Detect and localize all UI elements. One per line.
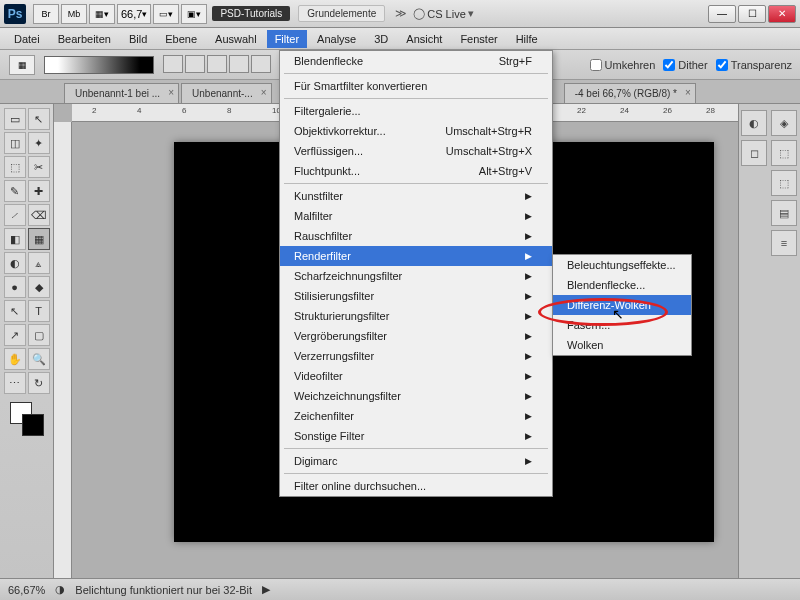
- styles-panel-icon[interactable]: ≡: [771, 230, 797, 256]
- tool-button[interactable]: ▦: [28, 228, 50, 250]
- dither-checkbox[interactable]: Dither: [663, 59, 707, 71]
- channels-panel-icon[interactable]: ⬚: [771, 140, 797, 166]
- background-swatch[interactable]: [22, 414, 44, 436]
- menu-ebene[interactable]: Ebene: [157, 30, 205, 48]
- tool-button[interactable]: ⟋: [4, 204, 26, 226]
- filter-menu-item[interactable]: Verflüssigen...Umschalt+Strg+X: [280, 141, 552, 161]
- submenu-item[interactable]: Differenz-Wolken: [553, 295, 691, 315]
- dropdown-icon[interactable]: ▾: [468, 7, 474, 20]
- close-tab-icon[interactable]: ×: [685, 87, 691, 98]
- tool-button[interactable]: ▭: [4, 108, 26, 130]
- bridge-button[interactable]: Br: [33, 4, 59, 24]
- tool-button[interactable]: ✋: [4, 348, 26, 370]
- submenu-item[interactable]: Wolken: [553, 335, 691, 355]
- gradient-preview[interactable]: [44, 56, 154, 74]
- menu-bild[interactable]: Bild: [121, 30, 155, 48]
- menu-ansicht[interactable]: Ansicht: [398, 30, 450, 48]
- menu-analyse[interactable]: Analyse: [309, 30, 364, 48]
- filter-menu-item[interactable]: Stilisierungsfilter▶: [280, 286, 552, 306]
- tool-button[interactable]: ⟁: [28, 252, 50, 274]
- reverse-checkbox[interactable]: Umkehren: [590, 59, 656, 71]
- filter-menu-item[interactable]: Verzerrungsfilter▶: [280, 346, 552, 366]
- tool-button[interactable]: ✚: [28, 180, 50, 202]
- paths-panel-icon[interactable]: ⬚: [771, 170, 797, 196]
- tool-button[interactable]: ↖: [4, 300, 26, 322]
- tool-button[interactable]: ◆: [28, 276, 50, 298]
- filter-menu-item[interactable]: Kunstfilter▶: [280, 186, 552, 206]
- zoom-dropdown[interactable]: 66,7 ▾: [117, 4, 151, 24]
- menu-hilfe[interactable]: Hilfe: [508, 30, 546, 48]
- swatches-panel-icon[interactable]: ▤: [771, 200, 797, 226]
- submenu-item[interactable]: Fasern...: [553, 315, 691, 335]
- menu-fenster[interactable]: Fenster: [452, 30, 505, 48]
- history-panel-icon[interactable]: ◻: [741, 140, 767, 166]
- maximize-button[interactable]: ☐: [738, 5, 766, 23]
- minibridge-button[interactable]: Mb: [61, 4, 87, 24]
- filter-menu-item[interactable]: Fluchtpunkt...Alt+Strg+V: [280, 161, 552, 181]
- document-tab[interactable]: -4 bei 66,7% (RGB/8) *×: [564, 83, 696, 103]
- close-button[interactable]: ✕: [768, 5, 796, 23]
- tool-button[interactable]: ⌫: [28, 204, 50, 226]
- filter-menu-item[interactable]: Filter online durchsuchen...: [280, 476, 552, 496]
- filter-menu-item[interactable]: Vergröberungsfilter▶: [280, 326, 552, 346]
- filter-menu-item[interactable]: Renderfilter▶: [280, 246, 552, 266]
- menu-bearbeiten[interactable]: Bearbeiten: [50, 30, 119, 48]
- filter-menu-item[interactable]: Sonstige Filter▶: [280, 426, 552, 446]
- ruler-tick: 8: [227, 106, 231, 115]
- filter-menu-item[interactable]: Objektivkorrektur...Umschalt+Strg+R: [280, 121, 552, 141]
- transparency-checkbox[interactable]: Transparenz: [716, 59, 792, 71]
- filter-menu-item[interactable]: Rauschfilter▶: [280, 226, 552, 246]
- filter-menu-item[interactable]: Digimarc▶: [280, 451, 552, 471]
- tool-button[interactable]: ✎: [4, 180, 26, 202]
- cslive-label[interactable]: CS Live: [427, 8, 466, 20]
- tool-button[interactable]: ⬚: [4, 156, 26, 178]
- tool-button[interactable]: ◐: [4, 252, 26, 274]
- document-tab[interactable]: Unbenannt-...×: [181, 83, 272, 103]
- screen-mode-button[interactable]: ▣▾: [181, 4, 207, 24]
- tool-button[interactable]: ✂: [28, 156, 50, 178]
- filter-menu-item[interactable]: Strukturierungsfilter▶: [280, 306, 552, 326]
- close-tab-icon[interactable]: ×: [168, 87, 174, 98]
- tool-button[interactable]: ▢: [28, 324, 50, 346]
- filter-menu-item[interactable]: Zeichenfilter▶: [280, 406, 552, 426]
- tool-button[interactable]: ⋯: [4, 372, 26, 394]
- workspace-tag-grundelemente[interactable]: Grundelemente: [298, 5, 385, 22]
- filter-menu-item[interactable]: Weichzeichnungsfilter▶: [280, 386, 552, 406]
- filter-menu-item[interactable]: Für Smartfilter konvertieren: [280, 76, 552, 96]
- document-tab[interactable]: Unbenannt-1 bei ...×: [64, 83, 179, 103]
- tool-button[interactable]: 🔍: [28, 348, 50, 370]
- menu-3d[interactable]: 3D: [366, 30, 396, 48]
- color-swatches[interactable]: [10, 402, 44, 436]
- tool-preset-button[interactable]: ▦: [9, 55, 35, 75]
- layers-panel-icon[interactable]: ◈: [771, 110, 797, 136]
- menu-auswahl[interactable]: Auswahl: [207, 30, 265, 48]
- more-arrows-icon[interactable]: ≫: [395, 7, 407, 20]
- gradient-type-buttons[interactable]: [162, 55, 272, 75]
- tool-button[interactable]: ◧: [4, 228, 26, 250]
- tool-button[interactable]: ●: [4, 276, 26, 298]
- workspace-tag-tutorials[interactable]: PSD-Tutorials: [212, 6, 290, 21]
- filter-menu-item[interactable]: BlendenfleckeStrg+F: [280, 51, 552, 71]
- tool-button[interactable]: ↗: [4, 324, 26, 346]
- tool-button[interactable]: ✦: [28, 132, 50, 154]
- tool-button[interactable]: ◫: [4, 132, 26, 154]
- submenu-item[interactable]: Beleuchtungseffekte...: [553, 255, 691, 275]
- tool-button[interactable]: ↻: [28, 372, 50, 394]
- submenu-item[interactable]: Blendenflecke...: [553, 275, 691, 295]
- adjustments-panel-icon[interactable]: ◐: [741, 110, 767, 136]
- filter-menu-item[interactable]: Malfilter▶: [280, 206, 552, 226]
- status-arrow-icon[interactable]: ▶: [262, 583, 270, 596]
- tool-button[interactable]: T: [28, 300, 50, 322]
- menu-filter[interactable]: Filter: [267, 30, 307, 48]
- menu-datei[interactable]: Datei: [6, 30, 48, 48]
- tool-button[interactable]: ↖: [28, 108, 50, 130]
- minimize-button[interactable]: —: [708, 5, 736, 23]
- arrange-button[interactable]: ▭▾: [153, 4, 179, 24]
- filter-menu-item[interactable]: Videofilter▶: [280, 366, 552, 386]
- view-extras-button[interactable]: ▦▾: [89, 4, 115, 24]
- ruler-tick: 28: [706, 106, 715, 115]
- filter-menu-item[interactable]: Filtergalerie...: [280, 101, 552, 121]
- filter-menu-item[interactable]: Scharfzeichnungsfilter▶: [280, 266, 552, 286]
- close-tab-icon[interactable]: ×: [261, 87, 267, 98]
- zoom-percent[interactable]: 66,67%: [8, 584, 45, 596]
